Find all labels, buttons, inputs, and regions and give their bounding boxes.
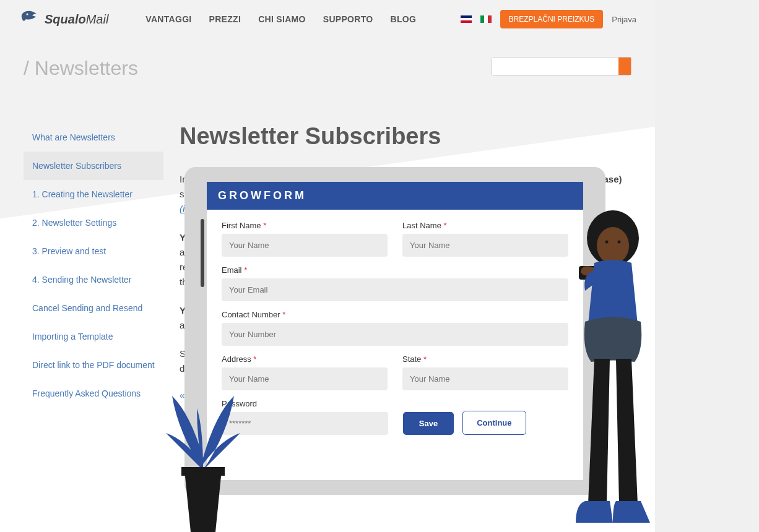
nav-vantaggi[interactable]: VANTAGGI	[145, 14, 191, 24]
email-label: Email *	[222, 265, 568, 275]
scrollbar[interactable]	[201, 219, 204, 287]
first-name-input[interactable]	[222, 234, 388, 257]
free-trial-button[interactable]: BREZPLAČNI PREIZKUS	[500, 10, 604, 28]
last-name-label: Last Name *	[402, 221, 568, 230]
svg-point-3	[597, 227, 629, 264]
nav-prezzi[interactable]: PREZZI	[209, 14, 241, 24]
nav-blog[interactable]: BLOG	[390, 14, 416, 24]
state-input[interactable]	[402, 367, 568, 390]
sidebar-item-sending[interactable]: 4. Sending the Newsletter	[24, 265, 163, 294]
svg-point-0	[27, 14, 28, 15]
sidebar-item-cancel[interactable]: Cancel Sending and Resend	[24, 294, 163, 322]
svg-rect-1	[181, 467, 225, 476]
email-input[interactable]	[222, 278, 568, 301]
search-button[interactable]	[618, 58, 631, 75]
last-name-input[interactable]	[402, 234, 568, 257]
flag-it-icon[interactable]	[480, 15, 492, 23]
sidebar-item-preview[interactable]: 3. Preview and test	[24, 237, 163, 265]
person-illustration	[551, 201, 655, 532]
state-label: State *	[402, 354, 568, 364]
form-brand: GROWFORM	[207, 182, 583, 210]
brand-text: SqualoMail	[45, 12, 108, 27]
first-name-label: First Name *	[222, 221, 388, 230]
svg-point-5	[618, 241, 621, 244]
sidebar-item-subscribers[interactable]: Newsletter Subscribers	[24, 152, 163, 180]
plant-illustration	[141, 346, 265, 532]
contact-input[interactable]	[222, 323, 568, 346]
svg-point-4	[605, 241, 609, 244]
save-button[interactable]: Save	[403, 412, 454, 435]
continue-button[interactable]: Continue	[462, 411, 526, 435]
nav-chi-siamo[interactable]: CHI SIAMO	[258, 14, 306, 24]
nav-supporto[interactable]: SUPPORTO	[323, 14, 373, 24]
sidebar-item-settings[interactable]: 2. Newsletter Settings	[24, 208, 163, 237]
sidebar-item-creating[interactable]: 1. Creating the Newsletter	[24, 180, 163, 208]
brand-logo[interactable]: SqualoMail	[19, 8, 108, 30]
login-link[interactable]: Prijava	[612, 15, 636, 24]
search-box	[492, 57, 631, 75]
contact-label: Contact Number *	[222, 310, 568, 319]
sidebar-item-what-are[interactable]: What are Newsletters	[24, 123, 163, 152]
search-input[interactable]	[492, 58, 618, 75]
illustration-overlay: GROWFORM First Name * Last Name *	[178, 155, 655, 532]
top-header: SqualoMail VANTAGGI PREZZI CHI SIAMO SUP…	[0, 0, 655, 38]
shark-icon	[19, 8, 41, 30]
main-nav: VANTAGGI PREZZI CHI SIAMO SUPPORTO BLOG	[145, 14, 416, 24]
page-title: Newsletter Subscribers	[180, 123, 625, 150]
flag-uk-icon[interactable]	[461, 15, 472, 23]
